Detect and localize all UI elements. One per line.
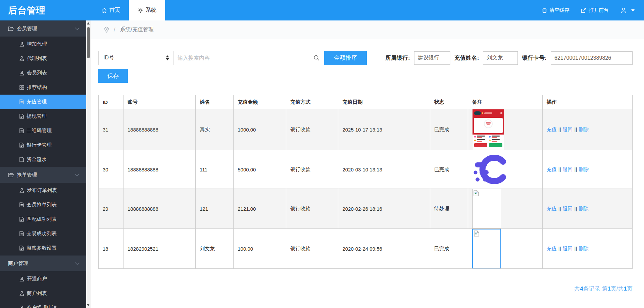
action-separator: || [558,126,561,132]
cell-amount: 100.00 [234,229,286,269]
cell-date: 2020-02-26 18:16 [338,189,430,229]
pagination-text: 页/共 [611,286,624,292]
caret-down-icon [631,9,635,11]
scroll-up-arrow-icon[interactable] [87,22,90,24]
remark-image-broken-placeholder[interactable] [472,229,501,268]
column-header-4: 充值方式 [286,95,338,109]
sidebar-item-label: 会员列表 [27,70,47,76]
file-icon [19,157,24,162]
cell-name: 真实 [196,109,234,150]
clear-cache-label: 清空缓存 [549,7,569,13]
cell-name: 刘文龙 [196,229,234,269]
file-icon [19,202,24,207]
recharge-fields: 所属银行: 充值姓名: 银行卡号: [385,51,633,65]
open-frontend-label: 打开前台 [589,7,609,13]
action-separator: || [575,126,577,132]
sidebar-item-0-7[interactable]: 银行卡管理 [0,138,86,152]
user-icon [19,70,24,75]
sidebar-item-1-3[interactable]: 交易成功列表 [0,226,86,241]
recharge-link[interactable]: 充值 [547,206,557,211]
recharge-name-field[interactable] [483,51,518,65]
sidebar-item-0-0[interactable]: 增加代理 [0,37,86,51]
delete-link[interactable]: 删除 [579,206,589,211]
file-icon [19,143,24,148]
refund-link[interactable]: 退回 [563,126,573,132]
recharge-link[interactable]: 充值 [547,246,557,251]
sidebar-item-0-5[interactable]: 提现管理 [0,109,86,123]
sidebar-item-1-4[interactable]: 游戏参数设置 [0,241,86,255]
home-icon [102,8,107,13]
sidebar-item-0-8[interactable]: 资金流水 [0,152,86,167]
sidebar-item-0-2[interactable]: 会员列表 [0,66,86,80]
action-separator: || [558,246,561,251]
cell-name: 121 [196,189,234,229]
cell-remark [468,109,542,150]
sidebar-item-1-0[interactable]: 发布订单列表 [0,183,86,198]
header-actions: 清空缓存 打开前台 [542,0,644,20]
sidebar-section-1[interactable]: 抢单管理 [0,167,86,183]
clear-cache-button[interactable]: 清空缓存 [542,7,569,13]
sidebar-item-label: 推荐结构 [27,84,47,91]
amount-sort-button[interactable]: 金额排序 [324,51,367,65]
bank-field[interactable] [414,51,450,65]
gear-icon [138,7,143,13]
delete-link[interactable]: 删除 [579,246,589,251]
cell-date: 2025-10-17 13:13 [338,109,430,150]
recharge-link[interactable]: 充值 [547,126,557,132]
open-frontend-button[interactable]: 打开前台 [581,7,609,13]
sidebar-section-2[interactable]: 商户管理 [0,255,86,272]
refund-link[interactable]: 退回 [563,166,573,172]
chevron-down-icon [75,27,80,30]
sidebar-section-0[interactable]: 会员管理 [0,20,86,37]
sidebar-item-0-6[interactable]: 二维码管理 [0,123,86,138]
delete-link[interactable]: 删除 [579,126,589,132]
card-number-field[interactable] [551,51,633,65]
search-button[interactable] [309,51,324,65]
sidebar-item-0-3[interactable]: 推荐结构 [0,80,86,95]
remark-image-purple-logo[interactable] [472,153,542,186]
cell-account: 18888888888 [123,189,196,229]
scroll-down-arrow-icon[interactable] [87,304,90,306]
cell-date: 2020-02-24 09:56 [338,229,430,269]
search-input[interactable] [174,51,309,65]
pagination-text: 页 [627,286,633,292]
page-scrollbar[interactable] [86,20,91,308]
recharge-link[interactable]: 充值 [547,166,557,172]
table-row: 3118888888888真实1000.00银行收款2025-10-17 13:… [99,109,633,150]
tab-home[interactable]: 首页 [93,0,129,20]
cell-remark [468,189,542,229]
folder-icon [8,26,14,31]
sidebar-item-0-4[interactable]: 充值管理 [0,95,86,109]
column-header-8: 操作 [542,95,632,109]
action-separator: || [575,166,577,172]
remark-image-app-screenshot[interactable] [472,109,504,150]
sidebar-item-1-2[interactable]: 匹配成功列表 [0,212,86,226]
cell-remark [468,150,542,189]
search-field-value: ID号 [103,54,114,61]
remark-image-broken-placeholder[interactable] [472,189,501,228]
sidebar-item-label: 提现管理 [27,113,47,119]
card-number-label: 银行卡号: [522,54,547,62]
action-separator: || [575,206,577,211]
cell-name: 111 [196,150,234,189]
sidebar-item-label: 匹配成功列表 [27,216,57,222]
delete-link[interactable]: 删除 [579,166,589,172]
sidebar-item-2-0[interactable]: 开通商户 [0,272,86,286]
scrollbar-thumb[interactable] [87,27,90,58]
refund-link[interactable]: 退回 [563,246,573,251]
tab-system[interactable]: 系统 [129,0,165,20]
user-menu[interactable] [620,7,635,14]
sidebar-item-label: 资金流水 [27,156,47,163]
cell-id: 30 [99,150,123,189]
sidebar-item-label: 增加代理 [27,41,47,47]
sidebar-item-0-1[interactable]: 代理列表 [0,51,86,66]
sidebar-item-1-1[interactable]: 会员抢单列表 [0,198,86,212]
save-button[interactable]: 保存 [98,69,128,83]
sidebar-item-2-2[interactable]: 商户提现申请 [0,301,86,308]
search-field-select[interactable]: ID号 [98,51,174,65]
cell-method: 银行收款 [286,150,338,189]
refund-link[interactable]: 退回 [563,206,573,211]
select-updown-icon [166,55,169,60]
file-icon [19,246,24,251]
sidebar-item-2-1[interactable]: 商户列表 [0,286,86,301]
